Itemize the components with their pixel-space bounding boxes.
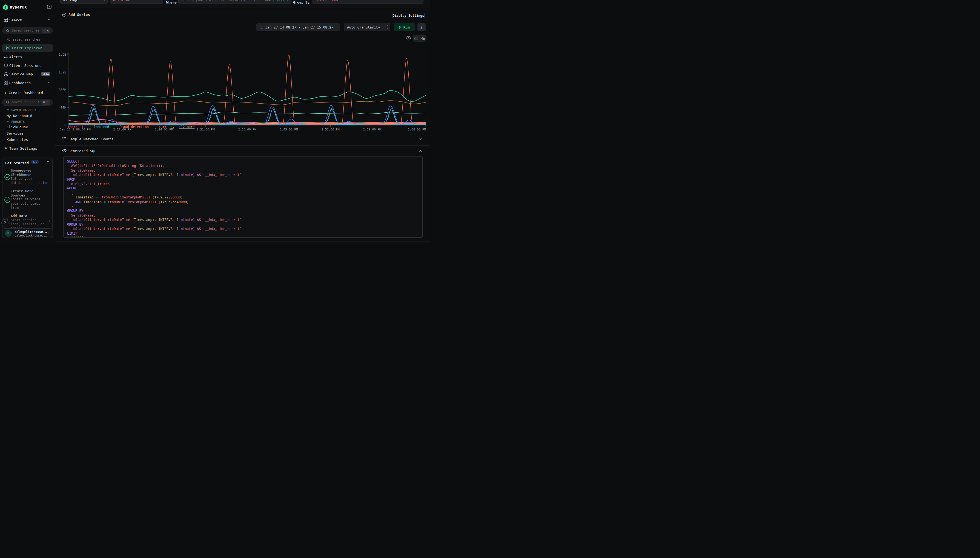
mode-lucene-toggle[interactable]: Lucene xyxy=(276,0,288,2)
hyperdx-logo-icon xyxy=(3,4,8,10)
avatar: D xyxy=(5,230,12,237)
where-label: Where xyxy=(166,0,177,4)
chevron-right-icon: › xyxy=(47,231,50,235)
display-settings-button[interactable]: Display Settings xyxy=(392,12,425,19)
date-range-picker[interactable]: Jan 27 14:08:27 - Jan 27 15:08:27 xyxy=(256,23,340,31)
sidebar-item-preset-services[interactable]: Services xyxy=(0,130,55,137)
bar-chart-type-button[interactable] xyxy=(421,36,425,40)
sidebar-item-label: Search xyxy=(9,18,22,22)
chart-explorer-icon xyxy=(6,46,10,50)
help-button[interactable]: ? xyxy=(2,219,8,226)
aggregation-value: Average xyxy=(63,0,79,2)
beta-badge: BETA xyxy=(41,72,50,76)
svg-text:2:59:00 PM: 2:59:00 PM xyxy=(363,128,381,131)
chevron-down-icon: ∨ xyxy=(7,120,9,123)
saved-dashboards-search[interactable]: ⌘ K xyxy=(2,98,53,106)
sidebar-item-dashboards[interactable]: Dashboards xyxy=(0,80,55,85)
sidebar-item-alerts[interactable]: Alerts xyxy=(0,54,55,59)
chevron-up-icon[interactable] xyxy=(419,150,422,152)
run-label: Run xyxy=(403,25,410,30)
chevron-down-icon: ∨ xyxy=(7,108,9,112)
lucene-search-input[interactable] xyxy=(181,0,258,2)
search-box[interactable]: SQL | Lucene xyxy=(178,0,291,4)
legend-label: currency xyxy=(159,125,175,129)
sidebar-item-my-dashboard[interactable]: My Dashboard xyxy=(0,113,55,119)
step-description: Set up your database connection xyxy=(11,177,49,185)
get-started-steps: Connect to ClickHouseSet up your databas… xyxy=(2,167,52,233)
chevron-up-icon[interactable] xyxy=(47,19,51,21)
generated-sql-section[interactable]: Generated SQL xyxy=(55,145,429,156)
add-series-button[interactable]: Add Series xyxy=(62,13,90,17)
chevron-up-icon[interactable] xyxy=(47,161,49,162)
saved-dashboards-section-header[interactable]: ∨SAVED DASHBOARDS xyxy=(7,108,43,112)
bottom-divider xyxy=(55,241,429,241)
legend-swatch xyxy=(62,126,66,128)
group-by-label: Group By xyxy=(293,0,309,4)
list-icon xyxy=(62,137,66,141)
get-started-step[interactable]: Create Data SourcesConfigure where your … xyxy=(2,187,52,212)
legend-more-link[interactable]: +12 more xyxy=(179,125,195,129)
sidebar-item-label: Team Settings xyxy=(9,146,37,151)
svg-text:2:45:00 PM: 2:45:00 PM xyxy=(280,128,298,131)
mode-sql-toggle[interactable]: SQL xyxy=(265,0,271,2)
sample-matched-events-section[interactable]: Sample Matched Events xyxy=(55,133,429,145)
chart-legend: checkoutfrontendfraud-detectioncurrency … xyxy=(62,125,195,129)
legend-item-frontend[interactable]: frontend xyxy=(88,125,109,129)
run-button[interactable]: Run xyxy=(394,23,415,31)
sidebar-item-preset-kubernetes[interactable]: Kubernetes xyxy=(0,137,55,143)
sidebar-collapse-icon[interactable] xyxy=(47,5,52,10)
user-menu[interactable]: D dale@clickhouse.… dale@clickhouse.c… › xyxy=(2,228,53,238)
get-started-step[interactable]: Connect to ClickHouseSet up your databas… xyxy=(2,167,52,187)
legend-item-currency[interactable]: currency xyxy=(153,125,175,129)
plus-circle-icon xyxy=(62,13,66,17)
legend-item-checkout[interactable]: checkout xyxy=(62,125,83,129)
chevron-down-icon[interactable] xyxy=(419,138,422,140)
sidebar-item-service-map[interactable]: Service Map BETA xyxy=(0,72,55,77)
sidebar-item-preset-clickhouse[interactable]: ClickHouse xyxy=(0,124,55,130)
sidebar-item-chart-explorer[interactable]: Chart Explorer xyxy=(2,44,53,52)
sidebar-item-client-sessions[interactable]: Client Sessions xyxy=(0,63,55,68)
sidebar: HyperDX Search ⌘ K No saved searches Cha… xyxy=(0,0,55,245)
dashboards-icon xyxy=(4,80,8,85)
legend-item-fraud-detection[interactable]: fraud-detection xyxy=(114,125,149,129)
saved-searches-input[interactable] xyxy=(12,28,41,32)
play-icon xyxy=(399,26,401,29)
granularity-select[interactable]: Auto Granularity ∧∨ xyxy=(344,23,390,31)
svg-text:2:38:00 PM: 2:38:00 PM xyxy=(238,128,256,131)
group-by-input-box[interactable] xyxy=(312,0,424,4)
keyboard-shortcut-badge: ⌘ K xyxy=(42,100,50,105)
keyboard-shortcut-badge: ⌘ K xyxy=(42,29,50,33)
bell-icon xyxy=(4,54,8,59)
sidebar-item-search[interactable]: Search xyxy=(0,18,55,23)
saved-searches-search[interactable]: ⌘ K xyxy=(2,27,53,34)
add-series-label: Add Series xyxy=(69,13,90,17)
time-history-icon[interactable] xyxy=(406,36,411,41)
field-input-box[interactable] xyxy=(110,0,163,4)
legend-swatch xyxy=(114,126,117,128)
chevron-up-icon[interactable] xyxy=(47,81,51,83)
legend-swatch xyxy=(153,126,157,128)
get-started-progress-badge: 2/3 xyxy=(31,160,39,164)
calendar-icon xyxy=(260,25,263,29)
sidebar-item-label: Chart Explorer xyxy=(12,46,42,50)
check-circle-icon xyxy=(4,174,11,181)
group-by-input[interactable] xyxy=(316,0,420,2)
line-chart-type-button[interactable] xyxy=(414,36,419,41)
query-toolbar: Average ▾ Where SQL | Lucene Group By xyxy=(55,0,429,8)
arrow-right-icon[interactable]: → xyxy=(48,219,50,223)
aggregation-select[interactable]: Average ▾ xyxy=(60,0,108,4)
legend-label: checkout xyxy=(68,125,83,129)
field-input[interactable] xyxy=(113,0,160,2)
more-options-button[interactable]: ⋮ xyxy=(417,23,425,31)
presets-section-header[interactable]: ∨PRESETS xyxy=(7,120,25,123)
step-title: Add Data xyxy=(11,214,49,218)
chart-type-toggle xyxy=(413,35,426,42)
time-series-chart[interactable]: 0400M800M1.2B1.6BJan 27 2:08:00 PM2:17:0… xyxy=(59,44,426,135)
generated-sql-code[interactable]: SELECT AVG(toFloat64OrDefault (toString … xyxy=(63,156,423,238)
saved-dashboards-input[interactable] xyxy=(12,100,41,104)
svg-text:800M: 800M xyxy=(59,88,66,92)
section-title: Generated SQL xyxy=(69,149,97,153)
app-logo-row: HyperDX xyxy=(3,4,52,10)
sidebar-item-team-settings[interactable]: Team Settings xyxy=(0,146,55,151)
sidebar-item-create-dashboard[interactable]: + Create Dashboard xyxy=(0,90,55,95)
